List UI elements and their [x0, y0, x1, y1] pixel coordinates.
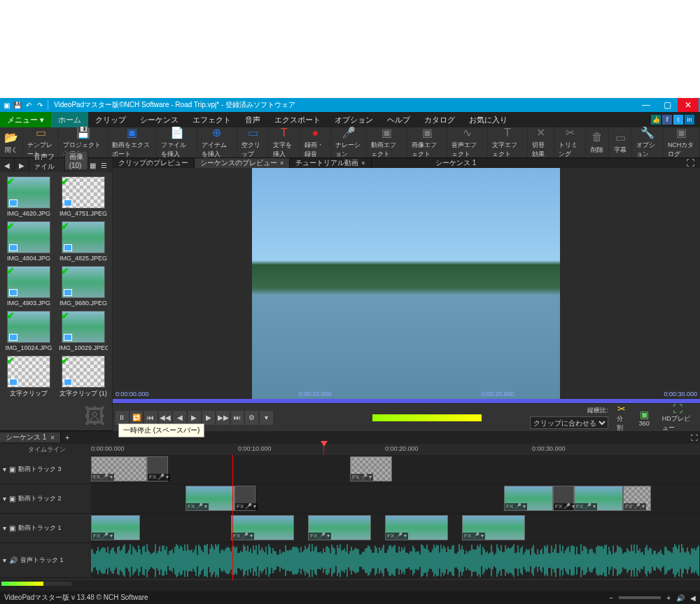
clip[interactable]: FX🎤▾: [234, 486, 255, 511]
playhead[interactable]: [323, 444, 324, 455]
ribbon-NCHカタログ[interactable]: ▣NCHカタログ: [664, 127, 700, 157]
bin-item[interactable]: ✔文字クリップ (1): [59, 356, 108, 398]
ribbon-文字エフェクト[interactable]: T文字エフェクト: [488, 127, 528, 157]
clip[interactable]: FX🎤▾: [91, 456, 147, 482]
volume-icon[interactable]: 🔊: [676, 594, 685, 602]
track-visibility-icon[interactable]: ▣: [9, 495, 15, 503]
preview-tab-0[interactable]: クリップのプレビュー: [113, 158, 195, 168]
clip[interactable]: FX🎤▾: [385, 515, 448, 540]
menu-tab-7[interactable]: ヘルプ: [380, 112, 417, 127]
zoom-in-icon[interactable]: +: [666, 594, 671, 602]
clip[interactable]: FX🎤▾: [350, 456, 392, 482]
loop-button[interactable]: 🔁: [130, 411, 144, 425]
menu-tab-0[interactable]: ホーム: [51, 112, 88, 127]
timeline-scale[interactable]: 0:00:00.0000:00:10.0000:00:20.0000:00:30…: [91, 444, 700, 455]
zoom-out-icon[interactable]: −: [609, 594, 613, 602]
bin-item[interactable]: ✔IMG_4825.JPEG: [59, 221, 108, 262]
ribbon-ファイルを挿入[interactable]: 📄ファイルを挿入: [157, 127, 197, 157]
aspect-select[interactable]: クリップに合わせる: [530, 416, 608, 429]
clip[interactable]: FX🎤▾: [504, 486, 553, 511]
ribbon-アイテムを挿入[interactable]: ⊕アイテムを挿入: [197, 127, 237, 157]
timeline-scrollbar[interactable]: [0, 580, 700, 591]
ribbon-動画エフェクト[interactable]: ▣動画エフェクト: [367, 127, 407, 157]
file-menu[interactable]: メニュー ▾: [0, 112, 51, 127]
track-collapse-icon[interactable]: ▾: [3, 556, 6, 564]
ribbon-動画をエクスポート[interactable]: ▣動画をエクスポート: [108, 127, 157, 157]
clip[interactable]: FX🎤▾: [623, 486, 651, 511]
settings-button[interactable]: ⚙: [245, 411, 258, 425]
hd-preview-button[interactable]: ⛶HDプレビュー: [658, 403, 697, 433]
ribbon-字幕[interactable]: ▭字幕: [609, 127, 632, 157]
goto-start-button[interactable]: ⏮: [144, 411, 158, 425]
track-collapse-icon[interactable]: ▾: [3, 495, 6, 503]
clip[interactable]: FX🎤▾: [147, 456, 168, 482]
fullscreen-icon[interactable]: ⛶: [680, 158, 700, 168]
thumbs-up-icon[interactable]: 👍: [651, 115, 661, 125]
preview-canvas[interactable]: [113, 168, 700, 399]
clip[interactable]: FX🎤▾: [308, 515, 371, 540]
qat-redo-icon[interactable]: ↷: [35, 100, 45, 110]
step-forward-button[interactable]: ▶: [202, 411, 216, 425]
ribbon-録画・録音[interactable]: ●録画・録音: [300, 127, 332, 157]
bin-nav-next[interactable]: ▶: [15, 158, 29, 172]
bin-item[interactable]: ✔IMG_4751.JPEG: [59, 176, 108, 217]
preview-tab-1[interactable]: シーケンスのプレビュー×: [195, 158, 290, 168]
mute-icon[interactable]: ◀: [690, 594, 696, 602]
bin-item[interactable]: ✔IMG_4804.JPG: [4, 221, 53, 262]
goto-end-button[interactable]: ⏭: [231, 411, 244, 425]
prev-frame-button[interactable]: ◀◀: [159, 411, 172, 425]
minimize-button[interactable]: —: [636, 98, 657, 112]
next-frame-button[interactable]: ▶▶: [216, 411, 230, 425]
ribbon-空クリップ[interactable]: ▭空クリップ: [237, 127, 269, 157]
menu-tab-6[interactable]: オプション: [328, 112, 380, 127]
bin-item[interactable]: ✔IMG_4903.JPG: [4, 266, 53, 307]
bin-view-grid-icon[interactable]: ▦: [88, 160, 98, 170]
ribbon-ナレーション[interactable]: 🎤ナレーション: [331, 127, 367, 157]
track-body[interactable]: [91, 543, 700, 577]
transport-dropdown[interactable]: ▾: [260, 411, 273, 425]
linkedin-icon[interactable]: in: [685, 115, 694, 125]
clip[interactable]: FX🎤▾: [553, 486, 574, 511]
ribbon-文字を挿入[interactable]: T文字を挿入: [269, 127, 300, 157]
twitter-icon[interactable]: t: [673, 115, 683, 125]
split-button[interactable]: ✂分割: [612, 403, 631, 433]
bin-item[interactable]: ✔IMG_10024.JPG: [4, 311, 53, 351]
track-body[interactable]: FX🎤▾FX🎤▾FX🎤▾FX🎤▾FX🎤▾: [91, 514, 700, 542]
bin-item[interactable]: ✔文字クリップ: [4, 356, 53, 398]
ribbon-トリミング[interactable]: ✂トリミング: [554, 127, 586, 157]
bin-item[interactable]: ✔IMG_9680.JPEG: [59, 266, 108, 307]
menu-tab-5[interactable]: エクスポート: [267, 112, 328, 127]
clip[interactable]: FX🎤▾: [462, 515, 525, 540]
clip[interactable]: FX🎤▾: [574, 486, 623, 511]
sequence-tab[interactable]: シーケンス 1×: [0, 433, 61, 442]
zoom-slider[interactable]: [619, 596, 661, 599]
close-button[interactable]: ✕: [678, 98, 699, 112]
add-sequence-button[interactable]: +: [61, 434, 74, 442]
menu-tab-8[interactable]: カタログ: [417, 112, 462, 127]
rotate-button[interactable]: ▣360: [635, 409, 654, 427]
facebook-icon[interactable]: f: [662, 115, 672, 125]
clip[interactable]: FX🎤▾: [231, 515, 294, 540]
bin-view-list-icon[interactable]: ☰: [99, 160, 109, 170]
qat-undo-icon[interactable]: ↶: [24, 100, 34, 110]
track-visibility-icon[interactable]: 🔊: [9, 556, 18, 564]
preview-tab-2[interactable]: チュートリアル動画×: [290, 158, 371, 168]
track-body[interactable]: FX🎤▾FX🎤▾FX🎤▾FX🎤▾FX🎤▾FX🎤▾: [91, 484, 700, 513]
timeline-expand-icon[interactable]: ⛶: [689, 432, 700, 443]
ribbon-音声エフェクト[interactable]: ∿音声エフェクト: [447, 127, 487, 157]
track-collapse-icon[interactable]: ▾: [3, 465, 6, 473]
play-button[interactable]: ▶: [188, 411, 201, 425]
ribbon-切替効果[interactable]: ✕切替効果: [528, 127, 554, 157]
menu-tab-3[interactable]: エフェクト: [186, 112, 238, 127]
track-visibility-icon[interactable]: ▣: [9, 524, 15, 532]
menu-tab-9[interactable]: お気に入り: [462, 112, 514, 127]
bin-nav-prev[interactable]: ◀: [0, 158, 15, 172]
clip[interactable]: FX🎤▾: [186, 486, 234, 511]
ribbon-画像エフェクト[interactable]: ▣画像エフェクト: [407, 127, 447, 157]
menu-tab-2[interactable]: シーケンス: [133, 112, 186, 127]
step-back-button[interactable]: ◀: [173, 411, 186, 425]
ribbon-削除[interactable]: 🗑削除: [586, 127, 609, 157]
ribbon-開く[interactable]: 📂開く: [0, 127, 23, 157]
clip[interactable]: FX🎤▾: [91, 515, 140, 540]
track-body[interactable]: FX🎤▾FX🎤▾FX🎤▾: [91, 455, 700, 484]
